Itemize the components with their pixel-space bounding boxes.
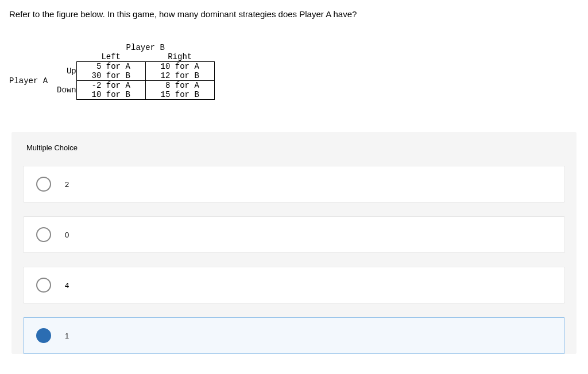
row-label-down: Down — [48, 81, 76, 100]
option-label: 4 — [65, 281, 69, 290]
radio-icon — [36, 177, 51, 192]
cell-down-right-b: 15 for B — [145, 90, 214, 100]
radio-icon — [36, 278, 51, 293]
payoff-matrix: Player B Left Right Up 5 for A 10 for A … — [9, 34, 579, 109]
option-0[interactable]: 2 — [23, 166, 565, 202]
mc-title: Multiple Choice — [26, 143, 565, 152]
col-header-right: Right — [145, 52, 214, 62]
option-label: 0 — [65, 231, 69, 239]
cell-up-left-a: 5 for A — [76, 62, 145, 72]
cell-up-right-b: 12 for B — [145, 71, 214, 81]
player-a-label: Player A — [9, 71, 48, 90]
cell-down-left-a: -2 for A — [76, 81, 145, 91]
radio-icon — [36, 328, 51, 343]
radio-icon — [36, 227, 51, 242]
cell-up-left-b: 30 for B — [76, 71, 145, 81]
player-b-label: Player B — [76, 43, 214, 52]
option-1[interactable]: 0 — [23, 216, 565, 253]
option-label: 2 — [65, 180, 69, 189]
option-label: 1 — [65, 332, 69, 340]
cell-up-right-a: 10 for A — [145, 62, 214, 72]
option-2[interactable]: 4 — [23, 267, 565, 303]
cell-down-right-a: 8 for A — [145, 81, 214, 91]
col-header-left: Left — [76, 52, 145, 62]
question-text: Refer to the figure below. In this game,… — [9, 9, 579, 19]
cell-down-left-b: 10 for B — [76, 90, 145, 100]
option-3[interactable]: 1 — [23, 317, 565, 354]
multiple-choice-panel: Multiple Choice 2 0 4 1 — [11, 132, 577, 354]
row-label-up: Up — [48, 62, 76, 81]
